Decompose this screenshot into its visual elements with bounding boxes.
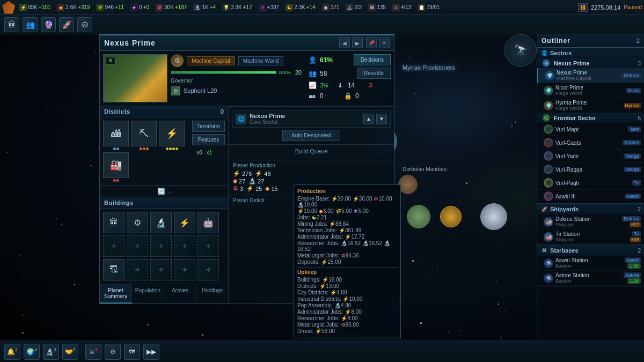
pin-button[interactable]: 📌	[366, 38, 377, 48]
district-generator[interactable]: ⚡	[159, 121, 185, 150]
outliner-item-dekrus-station[interactable]: 🏭 Dekrus Station Shipyard Dekrus 652	[537, 215, 644, 230]
tab-armies[interactable]: Armies	[164, 284, 196, 304]
building-2[interactable]: ⚙	[127, 212, 148, 233]
outliner-item-vurl-mapt[interactable]: 🌑 Vurl-Mapt Tern	[537, 123, 644, 136]
mineral-delta: +319	[78, 4, 90, 10]
prev-planet-button[interactable]: ◀	[339, 38, 350, 48]
sector-info: 🌐 Nexus Prime Core Sector ▲ ▼ Auto Desig…	[229, 106, 394, 144]
build-queue: Build Queue	[229, 144, 394, 160]
sectors-group-header[interactable]: 🌐 Sectors	[537, 48, 644, 58]
pop-progress-fill	[171, 71, 276, 73]
shipyards-group-header[interactable]: 🚀 Shipyards 2	[537, 204, 644, 215]
sector-down-button[interactable]: ▼	[376, 114, 387, 124]
panel-nav: ◀ ▶	[339, 38, 363, 48]
outliner-item-hyrma-prime[interactable]: 🌍 Hyrma Prime Forge World Hyrma	[537, 98, 644, 113]
outliner-item-aswiri-station[interactable]: 🛸 Aswiri Station Bastion Aswiri 1.3K	[537, 256, 644, 271]
military-button-bottom[interactable]: ⚔5	[85, 344, 101, 360]
sector-up-button[interactable]: ▲	[363, 114, 374, 124]
expansion-count: 2	[34, 347, 36, 352]
district-city[interactable]: 🏙	[103, 121, 129, 150]
building-4[interactable]: ⚡	[174, 212, 195, 233]
pause-button[interactable]	[578, 3, 588, 12]
planet-class-tag[interactable]: Machine World	[238, 56, 284, 65]
outliner-item-nicor-prime[interactable]: 🌍 Nicor Prime Forge World Nicor	[537, 83, 644, 98]
outliner-item-astore-station[interactable]: 🛸 Astore Station Bastion Astore 1.2K	[537, 271, 644, 286]
districts-count: 0	[221, 108, 224, 115]
outliner-item-nexus-prime[interactable]: 🌍 Nexus Prime Machine Capital Dekrus	[537, 68, 644, 83]
expansion-button[interactable]: 🌍2	[24, 344, 40, 360]
space-planet[interactable]	[480, 203, 507, 230]
space-planet[interactable]	[398, 175, 418, 194]
minimap-button[interactable]: 🔭	[504, 34, 537, 67]
building-add-9[interactable]: +	[197, 259, 219, 280]
planet-details: ⚙ Machine Capital Machine World 100% 20 …	[171, 54, 302, 102]
tab-planet-summary[interactable]: Planet Summary	[100, 284, 132, 304]
building-3[interactable]: 🔬	[150, 212, 172, 233]
building-add-1[interactable]: +	[103, 235, 125, 257]
building-add-8[interactable]: +	[174, 259, 195, 280]
frontier-sector-subsection-header[interactable]: 🌿 Frontier Sector 6	[537, 113, 644, 123]
next-planet-button[interactable]: ▶	[352, 38, 363, 48]
toolbar-empire-button[interactable]: 🏛	[4, 17, 19, 32]
district-industrial[interactable]: 🏭	[103, 152, 129, 182]
district-mining[interactable]: ⛏	[131, 121, 157, 150]
building-add-7[interactable]: +	[150, 259, 172, 280]
building-add-3[interactable]: +	[150, 235, 172, 257]
outliner-item-aswiri-iii[interactable]: 🌑 Aswiri III Aswiri	[537, 190, 644, 203]
game-logo[interactable]	[2, 1, 15, 14]
tech-button-bottom[interactable]: 🔬3	[43, 344, 59, 360]
tab-population[interactable]: Population	[132, 284, 164, 304]
features-button[interactable]: Features	[192, 134, 225, 145]
tir-station-badge: Tir	[632, 231, 641, 237]
toolbar-contacts-button[interactable]: 👥	[23, 17, 38, 32]
space-planet[interactable]	[407, 205, 430, 228]
outliner-count: 2	[636, 38, 640, 44]
toolbar-tech-button[interactable]: 🔮	[41, 17, 56, 32]
unity-value: 2.3K	[294, 4, 305, 10]
space-planet[interactable]	[440, 206, 462, 227]
building-add-6[interactable]: +	[127, 259, 148, 280]
tabs-row: Planet Summary Population Armies Holding…	[100, 284, 228, 304]
resettle-button[interactable]: Resettle	[357, 68, 391, 79]
building-add-4[interactable]: +	[174, 235, 195, 257]
upkeep-pop-assembly: Pop Assembly: 🔬4.80	[297, 302, 397, 308]
outliner-item-tir-station[interactable]: 🏭 Tir Station Shipyard Tir 668	[537, 230, 644, 245]
pop-modifier-dash: -	[169, 189, 170, 195]
diplomacy-button-bottom[interactable]: 🤝4	[62, 344, 78, 360]
speed-button[interactable]: ▶▶	[143, 344, 159, 360]
starbases-group-title-row: 🏛 Starbases	[540, 247, 579, 254]
nexus-prime-subsection-header[interactable]: ⚙ Nexus Prime 3	[537, 58, 644, 68]
auto-designated-button[interactable]: Auto Designated	[282, 130, 340, 141]
shipyards-group-title-row: 🚀 Shipyards	[540, 205, 579, 213]
tab-holdings[interactable]: Holdings	[196, 284, 228, 304]
pop-modifier-icon: 🔄	[157, 188, 165, 195]
starbases-group-header[interactable]: 🏛 Starbases 2	[537, 245, 644, 256]
outliner-item-vurl-yadir[interactable]: 🌑 Vurl-Yadir Merga	[537, 150, 644, 163]
outliner-item-vurl-raqqa[interactable]: 🌑 Vurl-Raqqa Merga	[537, 163, 644, 176]
building-add-5[interactable]: +	[197, 235, 219, 257]
vurl-yadir-status: Merga	[624, 153, 641, 159]
building-5[interactable]: 🤖	[197, 212, 219, 233]
bottombar: 🔔2 🌍2 🔬3 🤝4 ⚔5 ⚙ 🗺 ▶▶	[0, 341, 644, 362]
toolbar: 🏛 👥 🔮 🚀 ☮	[0, 15, 644, 34]
terraform-button[interactable]: Terraform	[192, 121, 225, 132]
building-1[interactable]: 🏛	[103, 212, 125, 233]
decisions-button[interactable]: Decisions	[354, 54, 391, 65]
tooltip-admin-jobs: Administrator Jobs: ⚡17.72	[297, 234, 397, 240]
nicor-prime-status: Nicor	[626, 88, 641, 93]
governor-name[interactable]: Sophont L20	[184, 87, 217, 94]
toolbar-fleet-button[interactable]: 🚀	[59, 17, 74, 32]
map-mode-button[interactable]: 🗺	[124, 344, 140, 360]
outliner-item-vurl-pagh[interactable]: 🌑 Vurl-Pagh Tir	[537, 176, 644, 190]
close-button[interactable]: ✕	[379, 38, 390, 48]
toolbar-diplomacy-button[interactable]: ☮	[77, 17, 92, 32]
outliner-item-vurl-gaqts[interactable]: 🌑 Vurl-Gaqts Saolea	[537, 136, 644, 150]
notification-button[interactable]: 🔔2	[4, 344, 20, 360]
resource-alloy: ⚙ 30K +187	[153, 4, 189, 11]
settings-button[interactable]: ⚙	[105, 344, 121, 360]
dekrus-station-icon: 🏭	[544, 217, 553, 227]
building-6[interactable]: 🏗	[103, 259, 125, 280]
building-add-2[interactable]: +	[127, 235, 148, 257]
planet-type-tag[interactable]: Machine Capital	[187, 56, 235, 65]
research2-value: 3.3K	[231, 4, 242, 10]
